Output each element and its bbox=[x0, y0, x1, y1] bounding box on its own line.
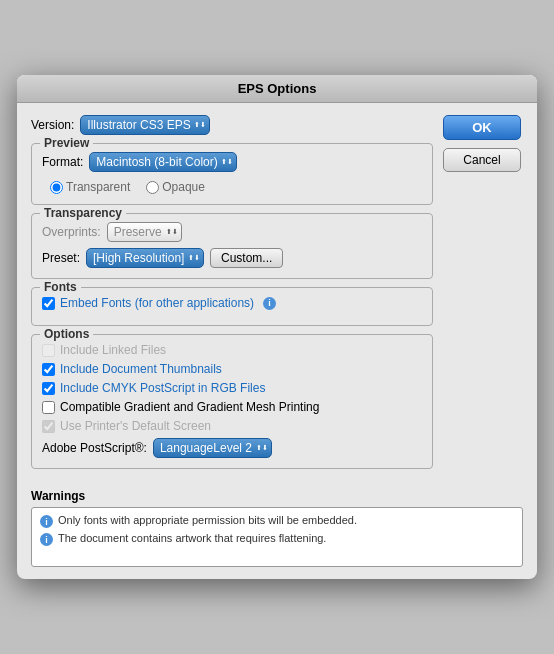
postscript-row: Adobe PostScript®: LanguageLevel 2 bbox=[42, 438, 422, 458]
fonts-section: Fonts Embed Fonts (for other application… bbox=[31, 287, 433, 326]
include-thumbnails-label: Include Document Thumbnails bbox=[60, 362, 222, 376]
embed-fonts-label: Embed Fonts (for other applications) bbox=[60, 296, 254, 310]
warning-item-2: i The document contains artwork that req… bbox=[40, 532, 514, 546]
version-row: Version: Illustrator CS3 EPS bbox=[31, 115, 433, 135]
use-printer-checkbox bbox=[42, 420, 55, 433]
compatible-gradient-checkbox[interactable] bbox=[42, 401, 55, 414]
transparent-radio-item[interactable]: Transparent bbox=[50, 180, 130, 194]
use-printer-label: Use Printer's Default Screen bbox=[60, 419, 211, 433]
version-label: Version: bbox=[31, 118, 74, 132]
include-linked-row: Include Linked Files bbox=[42, 343, 422, 357]
options-section: Options Include Linked Files Include Doc… bbox=[31, 334, 433, 469]
format-select[interactable]: Macintosh (8-bit Color) bbox=[89, 152, 237, 172]
postscript-select[interactable]: LanguageLevel 2 bbox=[153, 438, 272, 458]
version-select[interactable]: Illustrator CS3 EPS bbox=[80, 115, 210, 135]
opaque-label: Opaque bbox=[162, 180, 205, 194]
transparency-section-label: Transparency bbox=[40, 206, 126, 220]
cancel-label: Cancel bbox=[463, 153, 500, 167]
options-section-label: Options bbox=[40, 327, 93, 341]
postscript-select-wrap[interactable]: LanguageLevel 2 bbox=[153, 438, 272, 458]
title-text: EPS Options bbox=[238, 81, 317, 96]
warnings-section: Warnings i Only fonts with appropriate p… bbox=[17, 489, 537, 579]
preset-select-wrap[interactable]: [High Resolution] bbox=[86, 248, 204, 268]
custom-button-label: Custom... bbox=[221, 251, 272, 265]
include-cmyk-row[interactable]: Include CMYK PostScript in RGB Files bbox=[42, 381, 422, 395]
include-thumbnails-checkbox[interactable] bbox=[42, 363, 55, 376]
opaque-radio[interactable] bbox=[146, 181, 159, 194]
dialog-title: EPS Options bbox=[17, 75, 537, 103]
eps-options-dialog: EPS Options Version: Illustrator CS3 EPS… bbox=[17, 75, 537, 579]
custom-button[interactable]: Custom... bbox=[210, 248, 283, 268]
preset-row: Preset: [High Resolution] Custom... bbox=[42, 248, 422, 268]
compatible-gradient-label: Compatible Gradient and Gradient Mesh Pr… bbox=[60, 400, 319, 414]
cancel-button[interactable]: Cancel bbox=[443, 148, 521, 172]
transparency-radio-group: Transparent Opaque bbox=[50, 180, 422, 194]
preview-section-label: Preview bbox=[40, 136, 93, 150]
format-select-wrap[interactable]: Macintosh (8-bit Color) bbox=[89, 152, 237, 172]
preview-section: Preview Format: Macintosh (8-bit Color) … bbox=[31, 143, 433, 205]
warning-text-1: Only fonts with appropriate permission b… bbox=[58, 514, 357, 526]
embed-fonts-checkbox[interactable] bbox=[42, 297, 55, 310]
compatible-gradient-row[interactable]: Compatible Gradient and Gradient Mesh Pr… bbox=[42, 400, 422, 414]
warnings-label: Warnings bbox=[31, 489, 523, 503]
warnings-box: i Only fonts with appropriate permission… bbox=[31, 507, 523, 567]
format-row: Format: Macintosh (8-bit Color) bbox=[42, 152, 422, 172]
preset-select[interactable]: [High Resolution] bbox=[86, 248, 204, 268]
embed-fonts-info-icon: i bbox=[263, 297, 276, 310]
warning-item-1: i Only fonts with appropriate permission… bbox=[40, 514, 514, 528]
format-label: Format: bbox=[42, 155, 83, 169]
include-cmyk-checkbox[interactable] bbox=[42, 382, 55, 395]
overprints-select-wrap[interactable]: Preserve bbox=[107, 222, 182, 242]
fonts-section-label: Fonts bbox=[40, 280, 81, 294]
include-linked-checkbox bbox=[42, 344, 55, 357]
warning-icon-1: i bbox=[40, 515, 53, 528]
postscript-label: Adobe PostScript®: bbox=[42, 441, 147, 455]
transparent-label: Transparent bbox=[66, 180, 130, 194]
embed-fonts-row[interactable]: Embed Fonts (for other applications) i bbox=[42, 296, 422, 310]
warning-text-2: The document contains artwork that requi… bbox=[58, 532, 326, 544]
warning-icon-2: i bbox=[40, 533, 53, 546]
use-printer-row: Use Printer's Default Screen bbox=[42, 419, 422, 433]
preset-label: Preset: bbox=[42, 251, 80, 265]
ok-label: OK bbox=[472, 120, 492, 135]
include-linked-label: Include Linked Files bbox=[60, 343, 166, 357]
transparency-section: Transparency Overprints: Preserve Preset… bbox=[31, 213, 433, 279]
version-select-wrap[interactable]: Illustrator CS3 EPS bbox=[80, 115, 210, 135]
right-panel: OK Cancel bbox=[443, 115, 523, 477]
left-panel: Version: Illustrator CS3 EPS Preview For… bbox=[31, 115, 433, 477]
opaque-radio-item[interactable]: Opaque bbox=[146, 180, 205, 194]
overprints-select[interactable]: Preserve bbox=[107, 222, 182, 242]
include-thumbnails-row[interactable]: Include Document Thumbnails bbox=[42, 362, 422, 376]
transparent-radio[interactable] bbox=[50, 181, 63, 194]
include-cmyk-label: Include CMYK PostScript in RGB Files bbox=[60, 381, 265, 395]
overprints-label: Overprints: bbox=[42, 225, 101, 239]
overprints-row: Overprints: Preserve bbox=[42, 222, 422, 242]
ok-button[interactable]: OK bbox=[443, 115, 521, 140]
